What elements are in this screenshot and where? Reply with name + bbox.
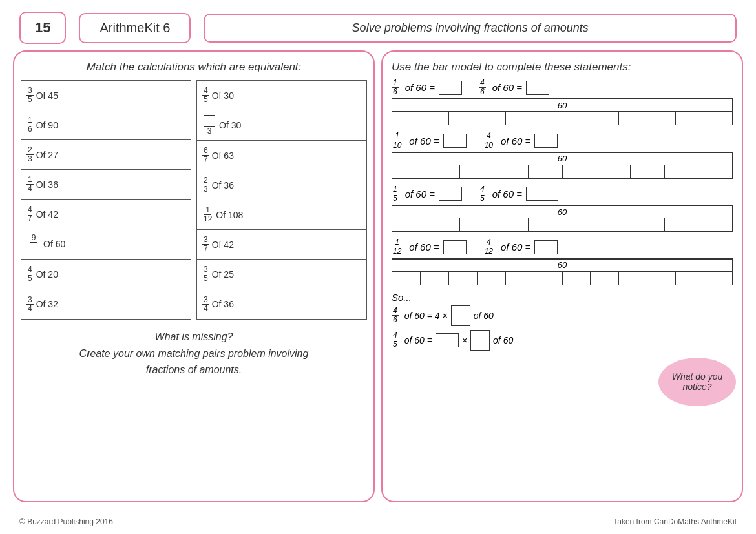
bar-section-3: 15 of 60 = 45 of 60 = 60 [392, 185, 733, 232]
list-item: 3 7 Of 42 [197, 230, 366, 260]
list-item: 3 4 Of 32 [21, 289, 191, 319]
list-item: 1 6 Of 90 [21, 110, 191, 140]
list-item: 2 3 Of 27 [21, 140, 191, 170]
answer-input-3a[interactable] [439, 187, 462, 201]
fraction-display: 9 [26, 234, 41, 254]
fraction-display: 2 3 [26, 146, 34, 163]
bar-model-1: 60 [392, 98, 733, 125]
bar-eq-row: 16 of 60 = 46 of 60 = [392, 79, 733, 96]
list-item: 4 5 Of 30 [197, 81, 366, 110]
list-item: 3 5 Of 45 [21, 81, 191, 110]
so-eq-row-2: 45 of 60 = × of 60 [392, 330, 733, 351]
page-number: 15 [19, 12, 66, 44]
right-panel-title: Use the bar model to complete these stat… [392, 61, 733, 74]
main-content: Match the calculations which are equival… [0, 50, 756, 502]
list-item: 3 5 Of 25 [197, 260, 366, 289]
bar-section-4: 112 of 60 = 412 of 60 = 60 [392, 238, 733, 285]
bar-eq-row: 15 of 60 = 45 of 60 = [392, 185, 733, 203]
bar-section-1: 16 of 60 = 46 of 60 = 60 [392, 79, 733, 125]
fraction-display: 4 7 [26, 205, 34, 223]
list-item: 1 12 Of 108 [197, 200, 366, 230]
answer-input-4b[interactable] [534, 240, 558, 254]
fraction-display: 3 5 [202, 265, 209, 283]
kit-title: ArithmeKit 6 [79, 13, 191, 43]
fraction-display: 1 6 [26, 116, 34, 134]
speech-bubble: What do you notice? [658, 358, 736, 406]
answer-input-1a[interactable] [439, 81, 462, 95]
list-item: 6 7 Of 63 [197, 141, 366, 170]
fraction-display: 3 4 [26, 296, 34, 313]
missing-box[interactable] [204, 115, 215, 127]
answer-input-4a[interactable] [443, 240, 467, 254]
fraction-display: 6 7 [202, 147, 209, 164]
page-description: Solve problems involving fractions of am… [204, 14, 737, 43]
match-column-1: 3 5 Of 45 1 6 Of 90 2 3 [21, 80, 191, 320]
list-item: 9 Of 60 [21, 229, 191, 260]
left-panel-title: Match the calculations which are equival… [21, 61, 367, 74]
bar-eq-row: 112 of 60 = 412 of 60 = [392, 238, 733, 256]
so-label: So... [392, 292, 733, 303]
list-item: 3 4 Of 36 [197, 289, 366, 319]
so-answer-box-2a[interactable] [436, 333, 459, 347]
fraction-display: 3 4 [202, 296, 209, 313]
answer-input-2b[interactable] [534, 134, 558, 148]
footer: © Buzzard Publishing 2016 Taken from Can… [19, 517, 737, 526]
so-answer-box-2b[interactable] [470, 330, 490, 351]
fraction-display: 2 3 [202, 176, 209, 194]
bar-eq-row: 110 of 60 = 410 of 60 = [392, 132, 733, 149]
answer-input-3b[interactable] [526, 187, 558, 201]
so-eq-row-1: 46 of 60 = 4 × of 60 [392, 305, 733, 326]
answer-input-2a[interactable] [443, 134, 467, 148]
bar-model-3: 60 [392, 205, 733, 232]
left-bottom-text: What is missing? Create your own matchin… [21, 329, 367, 378]
list-item: 4 5 Of 20 [21, 260, 191, 289]
bar-model-2: 60 [392, 152, 733, 179]
right-panel: Use the bar model to complete these stat… [381, 50, 743, 502]
bar-section-2: 110 of 60 = 410 of 60 = 60 [392, 132, 733, 178]
answer-input-1b[interactable] [526, 81, 549, 95]
match-columns: 3 5 Of 45 1 6 Of 90 2 3 [21, 80, 367, 320]
list-item: 2 3 Of 36 [197, 170, 366, 200]
fraction-display: 4 5 [202, 87, 209, 104]
fraction-display: 3 [202, 115, 216, 136]
fraction-display: 3 7 [202, 236, 209, 253]
so-section: So... 46 of 60 = 4 × of 60 45 of 60 = × … [392, 292, 733, 351]
header: 15 ArithmeKit 6 Solve problems involving… [0, 0, 756, 50]
fraction-display: 4 5 [26, 265, 34, 283]
fraction-display: 3 5 [26, 87, 34, 104]
fraction-display: 1 12 [202, 206, 213, 223]
match-column-2: 4 5 Of 30 3 Of 30 6 7 [196, 80, 367, 320]
list-item: 1 4 Of 36 [21, 170, 191, 200]
fraction-display: 1 4 [26, 176, 34, 193]
footer-right: Taken from CanDoMaths ArithmeKit [613, 517, 737, 526]
missing-box[interactable] [28, 243, 39, 254]
bar-model-4: 60 [392, 258, 733, 285]
left-panel: Match the calculations which are equival… [13, 50, 375, 502]
list-item: 3 Of 30 [197, 110, 366, 141]
list-item: 4 7 Of 42 [21, 200, 191, 229]
footer-left: © Buzzard Publishing 2016 [19, 517, 113, 526]
so-answer-box-1[interactable] [451, 305, 470, 326]
